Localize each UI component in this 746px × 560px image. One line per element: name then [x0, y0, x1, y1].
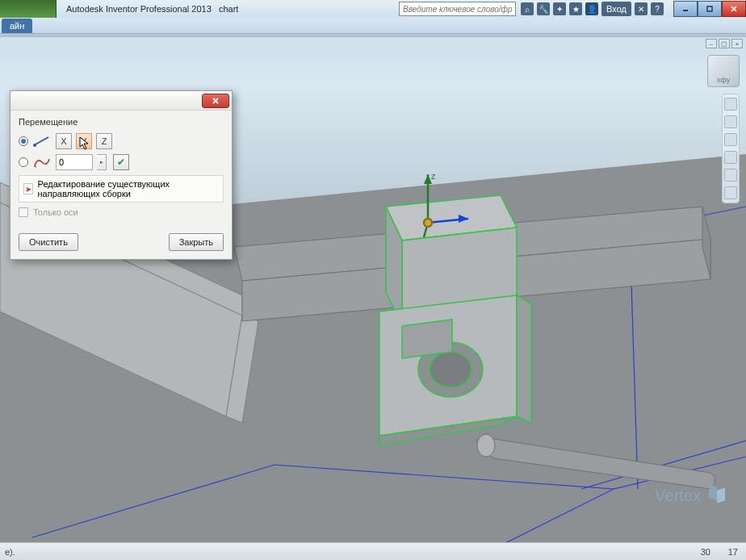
status-value-a: 30: [686, 547, 714, 557]
svg-point-26: [424, 219, 432, 227]
svg-marker-16: [517, 295, 531, 423]
svg-point-28: [33, 144, 36, 147]
axes-only-row: Только оси: [19, 207, 224, 217]
axis-y-label: Y: [81, 136, 86, 146]
axis-x-button[interactable]: X: [56, 133, 72, 149]
close-infocenter-icon[interactable]: ✕: [635, 2, 648, 15]
status-value-b: 17: [714, 547, 741, 557]
quick-access-toolbar[interactable]: [0, 0, 57, 18]
doc-minimize-button[interactable]: –: [706, 39, 717, 48]
help-icon[interactable]: ?: [651, 2, 664, 15]
apply-button[interactable]: ✔: [113, 154, 129, 170]
close-button[interactable]: Закрыть: [169, 233, 224, 251]
user-icon[interactable]: 👤: [585, 2, 598, 15]
dialog-close-button[interactable]: [202, 94, 229, 108]
favorite-icon[interactable]: ★: [569, 2, 582, 15]
navigation-bar: [722, 94, 740, 203]
move-dialog[interactable]: Перемещение X Y Z: [10, 90, 233, 260]
nav-pan-icon[interactable]: [724, 133, 737, 146]
nav-zoom-icon[interactable]: [724, 151, 737, 164]
document-window-controls: – ▢ ×: [706, 39, 743, 48]
nav-lookat-icon[interactable]: [724, 186, 737, 199]
axis-z-button[interactable]: Z: [96, 133, 112, 149]
pointer-icon: ➤: [23, 183, 33, 194]
svg-point-10: [477, 434, 495, 457]
ribbon-active-tab[interactable]: айн: [2, 19, 32, 33]
axes-only-checkbox[interactable]: [19, 207, 28, 217]
maximize-button[interactable]: [698, 1, 722, 17]
nav-home-icon[interactable]: [724, 98, 737, 111]
status-text: e).: [5, 547, 15, 557]
watermark-text: Vertex: [655, 487, 701, 505]
radio-free-move[interactable]: [19, 157, 28, 167]
watermark: Vertex: [655, 484, 728, 507]
edit-constraints-label: Редактирование существующих направляющих…: [38, 179, 219, 199]
exchange-icon[interactable]: ✦: [553, 2, 566, 15]
nav-wheel-icon[interactable]: [724, 115, 737, 128]
sign-in-button[interactable]: Вход: [601, 2, 631, 16]
move-free-row: ▸ ✔: [19, 154, 224, 170]
dialog-title: Перемещение: [19, 117, 224, 127]
infocenter-icons: ⌕ 🔧 ✦ ★ 👤 Вход ✕ ?: [521, 2, 664, 16]
svg-line-27: [34, 137, 48, 145]
doc-restore-button[interactable]: ▢: [719, 39, 730, 48]
search-input[interactable]: [399, 2, 516, 16]
line-vector-icon: [32, 135, 52, 148]
axes-only-label: Только оси: [33, 207, 78, 217]
radio-along-axis[interactable]: [19, 136, 28, 146]
app-title: Autodesk Inventor Professional 2013 char…: [66, 4, 238, 14]
clear-button[interactable]: Очистить: [19, 233, 78, 251]
dialog-titlebar[interactable]: [10, 91, 232, 111]
free-move-icon: [32, 156, 52, 169]
axis-y-button[interactable]: Y: [76, 133, 92, 149]
nav-orbit-icon[interactable]: [724, 169, 737, 182]
title-bar: Autodesk Inventor Professional 2013 char…: [0, 0, 746, 18]
minimize-button[interactable]: [673, 1, 698, 17]
distance-stepper[interactable]: ▸: [97, 154, 107, 170]
ribbon-tabs[interactable]: айн: [0, 18, 746, 34]
binoculars-icon[interactable]: ⌕: [521, 2, 534, 15]
svg-text:z: z: [431, 171, 436, 181]
edit-constraints-row[interactable]: ➤ Редактирование существующих направляющ…: [19, 175, 224, 203]
distance-input[interactable]: [56, 154, 93, 170]
status-bar: e). 30 17: [0, 542, 746, 560]
doc-close-button[interactable]: ×: [731, 39, 743, 48]
document-name: chart: [219, 4, 238, 14]
key-icon[interactable]: 🔧: [537, 2, 550, 15]
svg-marker-19: [402, 320, 452, 358]
svg-point-18: [430, 352, 471, 387]
view-cube[interactable]: xфy: [707, 55, 740, 87]
window-close-button[interactable]: [722, 1, 746, 17]
move-along-axis-row: X Y Z: [19, 133, 224, 149]
svg-rect-1: [707, 6, 712, 11]
watermark-logo-icon: [706, 484, 728, 507]
window-controls: [673, 0, 746, 18]
app-name: Autodesk Inventor Professional 2013: [66, 4, 212, 14]
